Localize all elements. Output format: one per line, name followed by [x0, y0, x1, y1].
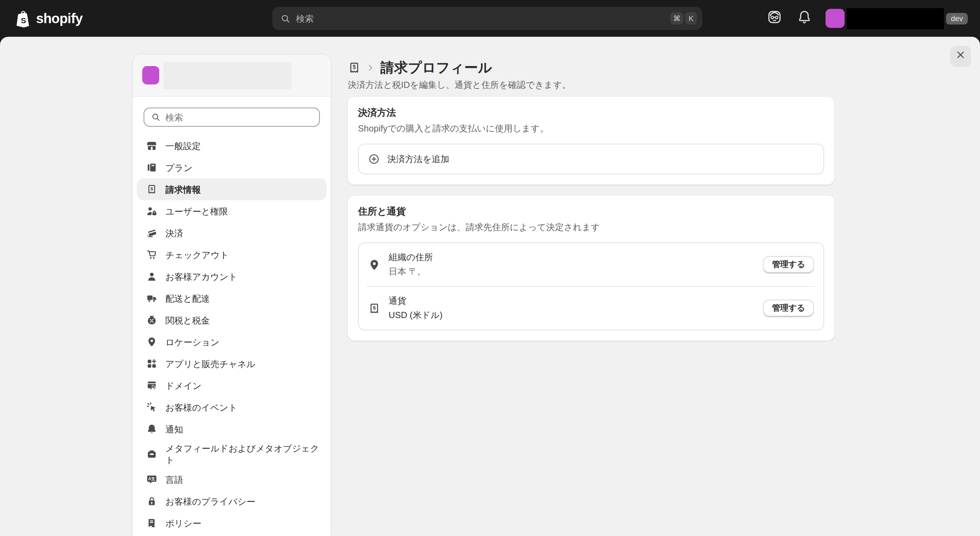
shopify-wordmark: shopify — [36, 11, 83, 26]
sidebar-item-bell[interactable]: 通知 — [137, 418, 327, 440]
cart-icon — [146, 249, 157, 260]
sidebar-item-label: お客様のイベント — [165, 402, 237, 413]
sidebar-item-label: ポリシー — [165, 517, 202, 529]
page-title: 請求プロフィール — [380, 58, 492, 77]
store-name-redacted — [847, 8, 944, 29]
sidebar-item-domains[interactable]: ドメイン — [137, 375, 327, 396]
topbar-actions: dev — [765, 0, 968, 37]
shopify-admin-settings: S shopify ⌘ K dev — [0, 0, 980, 536]
person-icon — [146, 271, 157, 282]
search-icon — [151, 112, 161, 122]
card-title: 住所と通貨 — [358, 206, 824, 218]
taxes-icon — [146, 315, 157, 325]
sidebar-item-person[interactable]: お客様アカウント — [137, 266, 327, 287]
language-icon: A文 — [146, 474, 157, 485]
sidebar-item-label: アプリと販売チャネル — [165, 358, 256, 370]
k-key-badge: K — [685, 12, 697, 24]
billing-profile-page: $ 請求プロフィール 決済方法と税IDを編集し、通貨と住所を確認できます。 決済… — [348, 58, 834, 341]
address-value: 日本 〒, — [388, 266, 433, 278]
svg-text:$: $ — [150, 186, 153, 191]
shopify-logo[interactable]: S shopify — [14, 8, 83, 29]
settings-menu: 一般設定 プラン $ 請求情報 ユーザーと権限 決済 チェックアウト お客様アカ… — [133, 127, 331, 536]
svg-text:A文: A文 — [148, 476, 156, 481]
payments-icon — [146, 228, 157, 238]
sidebar-item-lock[interactable]: お客様のプライバシー — [137, 490, 327, 512]
settings-search-input[interactable] — [165, 112, 312, 122]
plus-circle-icon — [368, 153, 380, 165]
users-icon — [146, 206, 157, 217]
bell-icon — [146, 424, 157, 434]
svg-text:$: $ — [373, 305, 376, 310]
store-avatar — [826, 9, 845, 28]
sidebar-item-receipt[interactable]: $ 請求情報 — [137, 179, 327, 200]
sidebar-item-storefront[interactable]: 一般設定 — [137, 135, 327, 156]
sidebar-item-policy[interactable]: ポリシー — [137, 512, 327, 534]
close-icon — [956, 50, 966, 63]
sidebar-item-label: お客様アカウント — [165, 271, 237, 282]
global-search-input[interactable] — [296, 13, 668, 24]
add-payment-method-label: 決済方法を追加 — [387, 153, 450, 165]
sidebar-item-label: お客様のプライバシー — [165, 496, 255, 507]
sidebar-item-label: メタフィールドおよびメタオブジェクト — [165, 443, 321, 466]
location-icon — [368, 258, 380, 271]
dev-badge: dev — [946, 13, 968, 24]
store-switcher[interactable]: dev — [826, 8, 968, 29]
shopify-bag-icon: S — [14, 8, 32, 29]
events-icon — [146, 402, 157, 413]
settings-search[interactable] — [143, 108, 320, 127]
sidekick-button[interactable] — [765, 8, 785, 29]
page-subtitle: 決済方法と税IDを編集し、通貨と住所を確認できます。 — [348, 79, 834, 91]
svg-text:S: S — [21, 16, 26, 25]
sidebar-item-users[interactable]: ユーザーと権限 — [137, 200, 327, 222]
organization-address-row: 組織の住所 日本 〒, 管理する — [359, 243, 824, 286]
sidebar-item-label: 通知 — [165, 423, 183, 435]
sidebar-item-plan[interactable]: プラン — [137, 156, 327, 179]
manage-currency-button[interactable]: 管理する — [763, 299, 814, 317]
plan-icon — [146, 162, 157, 173]
storefront-icon — [146, 140, 157, 151]
sidebar-item-label: 決済 — [165, 227, 183, 239]
sidebar-item-metafields[interactable]: メタフィールドおよびメタオブジェクト — [137, 440, 327, 469]
sidebar-item-taxes[interactable]: 関税と税金 — [137, 309, 327, 331]
sidebar-item-label: 請求情報 — [165, 183, 201, 195]
sidebar-item-label: 言語 — [165, 474, 183, 485]
manage-address-button[interactable]: 管理する — [763, 256, 814, 273]
sidebar-item-location[interactable]: ロケーション — [137, 331, 327, 353]
address-currency-card: 住所と通貨 請求通貨のオプションは、請求先住所によって決定されます 組織の住所 … — [348, 195, 834, 341]
sidebar-item-label: ドメイン — [165, 380, 202, 391]
sidebar-item-payments[interactable]: 決済 — [137, 222, 327, 244]
receipt-icon: $ — [146, 184, 157, 195]
sidekick-face-icon — [767, 10, 782, 27]
store-name-redacted — [163, 62, 291, 89]
add-payment-method-button[interactable]: 決済方法を追加 — [358, 144, 824, 174]
payment-methods-card: 決済方法 Shopifyでの購入と請求の支払いに使用します。 決済方法を追加 — [348, 97, 834, 185]
settings-modal: 一般設定 プラン $ 請求情報 ユーザーと権限 決済 チェックアウト お客様アカ… — [0, 37, 980, 536]
settings-sidebar: 一般設定 プラン $ 請求情報 ユーザーと権限 決済 チェックアウト お客様アカ… — [133, 54, 331, 536]
command-key-badge: ⌘ — [670, 12, 683, 24]
lock-icon — [146, 496, 157, 507]
sidebar-item-label: ユーザーと権限 — [165, 205, 228, 217]
notifications-button[interactable] — [795, 8, 815, 29]
breadcrumb: $ 請求プロフィール — [348, 58, 834, 77]
address-currency-rows: 組織の住所 日本 〒, 管理する $ 通貨 USD (米ドル) 管理する — [358, 242, 824, 330]
sidebar-item-events[interactable]: お客様のイベント — [137, 396, 327, 418]
search-icon — [280, 13, 291, 24]
address-label: 組織の住所 — [388, 251, 433, 263]
svg-text:$: $ — [353, 63, 356, 69]
sidebar-item-language[interactable]: A文 言語 — [137, 469, 327, 490]
sidebar-item-apps[interactable]: アプリと販売チャネル — [137, 353, 327, 375]
sidebar-item-label: 一般設定 — [165, 140, 201, 152]
close-settings-button[interactable] — [950, 46, 971, 67]
receipt-icon: $ — [368, 302, 380, 314]
truck-icon — [146, 293, 157, 304]
sidebar-item-truck[interactable]: 配送と配達 — [137, 287, 327, 309]
global-search[interactable]: ⌘ K — [272, 7, 702, 30]
card-title: 決済方法 — [358, 107, 824, 119]
currency-label: 通貨 — [388, 295, 443, 307]
currency-value: USD (米ドル) — [388, 309, 443, 321]
chevron-right-icon — [367, 64, 374, 71]
sidebar-item-cart[interactable]: チェックアウト — [137, 244, 327, 266]
store-avatar — [142, 66, 159, 85]
policy-icon — [146, 518, 157, 528]
topbar: S shopify ⌘ K dev — [0, 0, 980, 37]
